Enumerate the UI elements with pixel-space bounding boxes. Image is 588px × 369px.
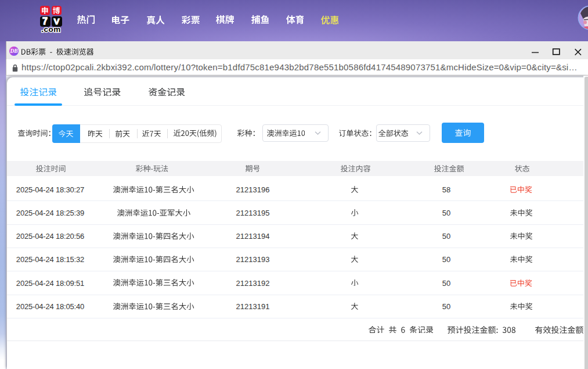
svg-text:.com: .com: [41, 25, 61, 33]
svg-text:DB: DB: [9, 48, 17, 54]
